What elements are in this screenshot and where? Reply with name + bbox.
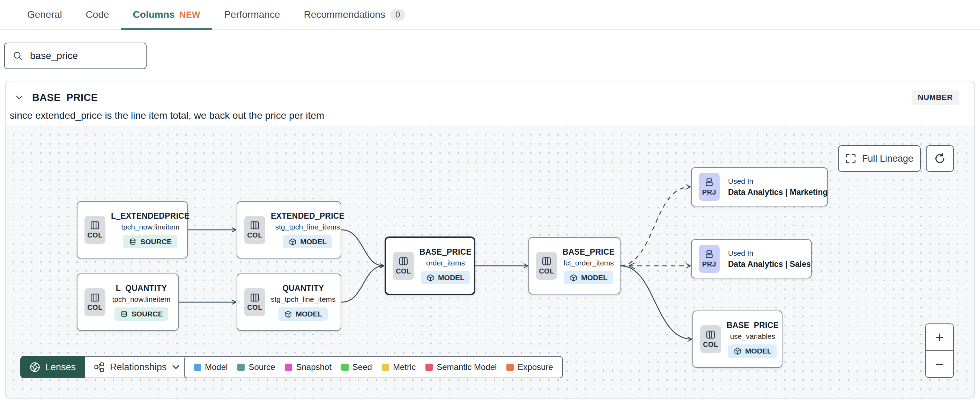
legend-item-source: Source	[237, 362, 275, 372]
node-title: EXTENDED_PRICE	[271, 211, 344, 221]
tile-label: COL	[247, 304, 262, 312]
used-in-label: Used In	[728, 177, 753, 185]
column-tile: COL	[84, 288, 105, 316]
node-title: QUANTITY	[282, 284, 324, 293]
project-tile: PRJ	[699, 173, 720, 201]
column-tile: COL	[393, 252, 414, 280]
columns-icon	[90, 220, 100, 230]
column-tile: COL	[536, 252, 557, 280]
tab-label: Columns	[133, 9, 175, 20]
node-subtitle: use_variables	[730, 332, 775, 340]
lineage-node-base-price-order-items[interactable]: COL BASE_PRICE order_items MODEL	[385, 236, 475, 295]
tab-code[interactable]: Code	[74, 0, 121, 29]
tab-label: Code	[86, 9, 109, 20]
lineage-canvas[interactable]: COL L_EXTENDEDPRICE tpch_now.lineitem SO…	[6, 126, 974, 398]
legend-item-seed: Seed	[341, 362, 372, 372]
chevron-down-icon	[172, 365, 180, 369]
resource-badge: MODEL	[728, 344, 777, 358]
count-badge: 0	[390, 9, 405, 21]
tab-performance[interactable]: Performance	[212, 0, 292, 29]
resource-badge: MODEL	[421, 271, 470, 284]
resource-badge: MODEL	[278, 307, 328, 321]
column-tile: COL	[244, 216, 265, 244]
tile-label: COL	[539, 267, 554, 275]
zoom-control: + −	[925, 323, 954, 378]
lenses-control: Lenses Relationships	[20, 356, 189, 378]
resource-badge: SOURCE	[123, 235, 177, 248]
search-row	[0, 30, 980, 69]
lineage-node-base-price-fct-order-items[interactable]: COL BASE_PRICE fct_order_items MODEL	[528, 237, 620, 294]
new-badge: NEW	[180, 10, 200, 20]
tab-recommendations[interactable]: Recommendations 0	[292, 0, 417, 29]
column-description: since extended_price is the line item to…	[6, 105, 974, 121]
node-subtitle: fct_order_items	[563, 259, 614, 267]
columns-icon	[542, 256, 551, 266]
lineage-node-l-quantity[interactable]: COL L_QUANTITY tpch_now.lineitem SOURCE	[77, 273, 179, 331]
legend-swatch	[285, 364, 292, 371]
database-icon	[120, 310, 128, 318]
tab-general[interactable]: General	[15, 0, 74, 29]
used-in-label: Used In	[728, 249, 753, 257]
tile-label: COL	[87, 304, 103, 312]
column-header: BASE_PRICE NUMBER since extended_price i…	[6, 81, 974, 126]
columns-icon	[250, 293, 260, 302]
cube-icon	[426, 274, 434, 282]
columns-icon	[706, 330, 716, 340]
relationships-label: Relationships	[110, 362, 167, 373]
lineage-node-base-price-use-variables[interactable]: COL BASE_PRICE use_variables MODEL	[692, 310, 783, 368]
column-type-badge: NUMBER	[912, 90, 959, 105]
tab-bar: General Code Columns NEW Performance Rec…	[0, 0, 980, 30]
resource-badge: MODEL	[283, 235, 332, 248]
columns-icon	[399, 256, 408, 266]
zoom-out-button[interactable]: −	[926, 350, 953, 377]
tile-label: PRJ	[702, 188, 716, 196]
node-title: BASE_PRICE	[420, 247, 471, 257]
tile-label: PRJ	[702, 260, 716, 268]
legend-swatch	[382, 364, 389, 371]
node-subtitle: order_items	[426, 259, 465, 267]
tab-label: Performance	[224, 9, 280, 20]
resource-badge: MODEL	[564, 271, 613, 284]
project-tile: PRJ	[699, 245, 720, 273]
zoom-in-button[interactable]: +	[926, 324, 953, 350]
archive-icon	[704, 249, 714, 259]
lineage-node-extended-price[interactable]: COL EXTENDED_PRICE stg_tpch_line_items M…	[237, 201, 341, 259]
lenses-label: Lenses	[45, 362, 76, 373]
node-subtitle: stg_tpch_line_items	[271, 295, 336, 304]
full-lineage-label: Full Lineage	[862, 153, 913, 164]
relationships-dropdown[interactable]: Relationships	[85, 356, 189, 378]
node-title: Data Analytics | Sales	[728, 260, 811, 269]
node-subtitle: stg_tpch_line_items	[275, 223, 340, 231]
lineage-node-quantity[interactable]: COL QUANTITY stg_tpch_line_items MODEL	[237, 273, 341, 331]
legend-swatch	[506, 364, 514, 371]
database-icon	[129, 238, 137, 246]
refresh-button[interactable]	[926, 145, 954, 172]
tab-label: Recommendations	[304, 9, 385, 20]
tile-label: COL	[247, 231, 262, 239]
node-subtitle: tpch_now.lineitem	[112, 295, 171, 304]
resource-badge: SOURCE	[115, 307, 169, 321]
tile-label: COL	[87, 231, 103, 239]
column-name: BASE_PRICE	[32, 92, 98, 104]
column-tile: COL	[84, 216, 105, 244]
legend-item-snapshot: Snapshot	[285, 362, 331, 372]
lineage-node-exposure-marketing[interactable]: PRJ Used In Data Analytics | Marketing	[691, 167, 828, 206]
legend-item-metric: Metric	[382, 362, 416, 372]
chevron-down-icon[interactable]	[15, 95, 23, 100]
tab-label: General	[27, 9, 62, 20]
legend-item-semantic-model: Semantic Model	[425, 362, 496, 372]
column-tile: COL	[700, 325, 721, 353]
lenses-button[interactable]: Lenses	[20, 356, 85, 378]
full-lineage-button[interactable]: Full Lineage	[838, 145, 921, 172]
columns-icon	[90, 293, 100, 302]
tab-columns[interactable]: Columns NEW	[121, 0, 213, 29]
archive-icon	[704, 177, 714, 187]
lineage-node-exposure-sales[interactable]: PRJ Used In Data Analytics | Sales	[691, 239, 812, 278]
search-box[interactable]	[4, 43, 146, 69]
refresh-icon	[934, 153, 946, 165]
lineage-node-l-extendedprice[interactable]: COL L_EXTENDEDPRICE tpch_now.lineitem SO…	[77, 201, 188, 259]
node-subtitle: tpch_now.lineitem	[121, 223, 180, 231]
node-title: Data Analytics | Marketing	[728, 188, 828, 197]
legend-item-exposure: Exposure	[506, 362, 553, 372]
search-input[interactable]	[30, 50, 135, 61]
